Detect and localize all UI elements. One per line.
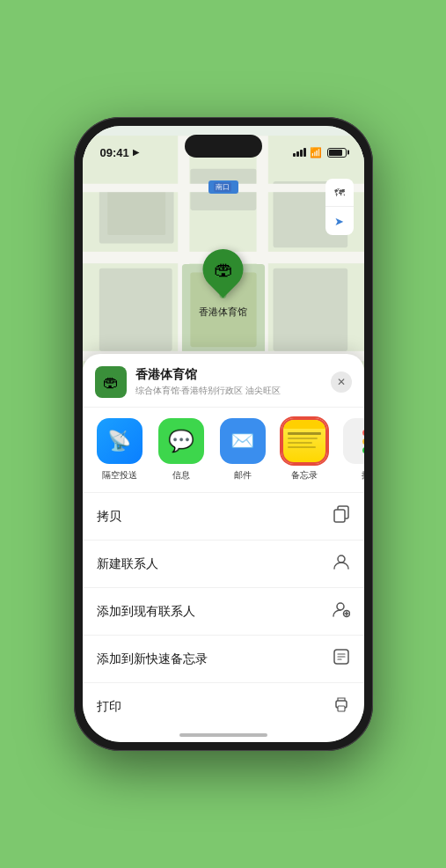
battery-icon: [327, 148, 347, 158]
map-pin: 🏟 香港体育馆: [199, 249, 247, 319]
svg-rect-2: [107, 189, 165, 235]
location-label: 南口: [208, 180, 238, 194]
action-new-contact[interactable]: 新建联系人: [83, 541, 364, 588]
share-item-airdrop[interactable]: 📡 隔空投送: [90, 418, 150, 482]
share-item-more[interactable]: 提: [336, 418, 364, 482]
copy-icon: [333, 505, 350, 527]
location-icon: ➤: [334, 215, 344, 228]
mail-label: 邮件: [234, 469, 252, 482]
time-display: 09:41: [100, 146, 129, 159]
status-time: 09:41 ▶: [100, 146, 139, 159]
share-item-messages[interactable]: 💬 信息: [151, 418, 211, 482]
print-icon: [333, 695, 350, 717]
status-icons: 📶: [293, 147, 347, 158]
signal-bars-icon: [293, 148, 306, 157]
bottom-sheet: 🏟 香港体育馆 综合体育馆·香港特别行政区 油尖旺区 ✕ 📡 隔空投送: [83, 354, 364, 742]
venue-icon: 🏟: [95, 366, 127, 398]
venue-header: 🏟 香港体育馆 综合体育馆·香港特别行政区 油尖旺区 ✕: [83, 354, 364, 408]
wifi-icon: 📶: [310, 147, 322, 158]
share-row: 📡 隔空投送 💬 信息 ✉️ 邮件: [83, 408, 364, 493]
phone-screen: 09:41 ▶ 📶: [83, 126, 364, 742]
add-notes-icon: [333, 648, 350, 670]
notes-icon: [281, 418, 327, 464]
venue-info: 香港体育馆 综合体育馆·香港特别行政区 油尖旺区: [135, 367, 331, 397]
location-button[interactable]: ➤: [325, 207, 354, 235]
pin-label: 香港体育馆: [199, 305, 247, 319]
venue-icon-emoji: 🏟: [103, 373, 119, 392]
action-copy[interactable]: 拷贝: [83, 493, 364, 541]
mail-icon: ✉️: [220, 418, 266, 464]
close-button[interactable]: ✕: [331, 371, 352, 393]
home-indicator: [179, 733, 267, 737]
svg-rect-11: [99, 268, 172, 351]
new-contact-icon: [333, 553, 350, 575]
print-label: 打印: [97, 699, 121, 715]
new-contact-label: 新建联系人: [97, 556, 158, 572]
add-existing-label: 添加到现有联系人: [97, 604, 195, 620]
svg-point-19: [338, 555, 345, 563]
svg-rect-18: [334, 510, 345, 522]
svg-rect-29: [338, 706, 345, 711]
copy-label: 拷贝: [97, 509, 121, 525]
more-icon: [343, 418, 364, 464]
map-type-button[interactable]: 🗺: [325, 179, 354, 207]
messages-icon: 💬: [158, 418, 204, 464]
share-item-mail[interactable]: ✉️ 邮件: [213, 418, 273, 482]
map-type-icon: 🗺: [334, 187, 345, 199]
action-add-existing[interactable]: 添加到现有联系人: [83, 588, 364, 636]
location-arrow-icon: ▶: [133, 148, 139, 157]
share-item-notes[interactable]: 备忘录: [274, 418, 334, 482]
airdrop-label: 隔空投送: [102, 469, 137, 482]
venue-name: 香港体育馆: [135, 367, 331, 383]
add-notes-label: 添加到新快速备忘录: [97, 651, 208, 667]
more-dots: [362, 430, 364, 453]
airdrop-icon: 📡: [97, 418, 143, 464]
phone-frame: 09:41 ▶ 📶: [74, 117, 373, 751]
svg-rect-12: [273, 268, 347, 351]
notes-label: 备忘录: [291, 469, 318, 482]
dynamic-island: [185, 135, 262, 158]
map-controls: 🗺 ➤: [325, 179, 354, 235]
svg-point-20: [337, 603, 344, 610]
action-add-notes[interactable]: 添加到新快速备忘录: [83, 636, 364, 683]
add-existing-icon: [333, 600, 350, 622]
more-label: 提: [362, 469, 364, 482]
action-print[interactable]: 打印: [83, 683, 364, 723]
venue-subtitle: 综合体育馆·香港特别行政区 油尖旺区: [135, 385, 331, 397]
messages-label: 信息: [172, 469, 190, 482]
